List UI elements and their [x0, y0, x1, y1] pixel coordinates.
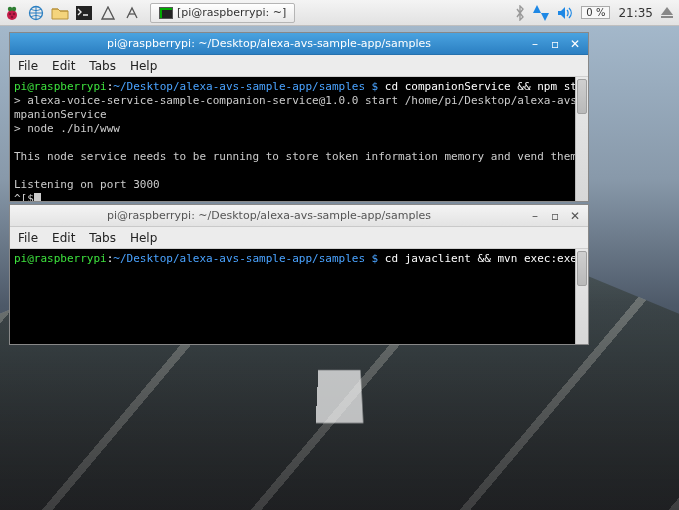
svg-point-2	[12, 6, 16, 10]
window-title: pi@raspberrypi: ~/Desktop/alexa-avs-samp…	[16, 209, 522, 222]
eject-icon[interactable]	[661, 7, 673, 18]
terminal-window-1: pi@raspberrypi: ~/Desktop/alexa-avs-samp…	[9, 32, 589, 202]
menu-tabs[interactable]: Tabs	[89, 59, 116, 73]
minimize-button[interactable]: –	[528, 209, 542, 223]
volume-icon[interactable]	[557, 6, 573, 20]
close-button[interactable]: ✕	[568, 209, 582, 223]
scrollbar-thumb[interactable]	[577, 79, 587, 114]
maximize-button[interactable]: ▫	[548, 37, 562, 51]
close-button[interactable]: ✕	[568, 37, 582, 51]
maximize-button[interactable]: ▫	[548, 209, 562, 223]
taskbar-app-button[interactable]: [pi@raspberrypi: ~]	[150, 3, 295, 23]
menu-help[interactable]: Help	[130, 59, 157, 73]
svg-point-1	[8, 6, 12, 10]
menu-tabs[interactable]: Tabs	[89, 231, 116, 245]
menubar: File Edit Tabs Help	[10, 55, 588, 77]
system-tray: 0 % 21:35	[515, 5, 679, 21]
menu-edit[interactable]: Edit	[52, 59, 75, 73]
scrollbar-thumb[interactable]	[577, 251, 587, 286]
menu-raspberry-icon[interactable]	[0, 2, 24, 24]
app-icon-2[interactable]	[120, 2, 144, 24]
menu-edit[interactable]: Edit	[52, 231, 75, 245]
titlebar[interactable]: pi@raspberrypi: ~/Desktop/alexa-avs-samp…	[10, 205, 588, 227]
menubar: File Edit Tabs Help	[10, 227, 588, 249]
window-title: pi@raspberrypi: ~/Desktop/alexa-avs-samp…	[16, 37, 522, 50]
svg-point-0	[7, 10, 17, 20]
svg-point-3	[9, 12, 12, 15]
terminal-icon	[159, 7, 173, 19]
web-browser-icon[interactable]	[24, 2, 48, 24]
network-icon[interactable]	[533, 5, 549, 21]
battery-indicator[interactable]: 0 %	[581, 6, 610, 19]
menu-file[interactable]: File	[18, 231, 38, 245]
svg-point-5	[11, 15, 14, 18]
file-manager-icon[interactable]	[48, 2, 72, 24]
cursor-icon	[34, 193, 41, 201]
terminal-output[interactable]: pi@raspberrypi:~/Desktop/alexa-avs-sampl…	[10, 249, 588, 344]
svg-rect-7	[76, 6, 92, 20]
bluetooth-icon[interactable]	[515, 5, 525, 21]
menu-help[interactable]: Help	[130, 231, 157, 245]
minimize-button[interactable]: –	[528, 37, 542, 51]
terminal-output[interactable]: pi@raspberrypi:~/Desktop/alexa-avs-sampl…	[10, 77, 588, 201]
app-icon-1[interactable]	[96, 2, 120, 24]
scrollbar[interactable]	[575, 249, 588, 344]
titlebar[interactable]: pi@raspberrypi: ~/Desktop/alexa-avs-samp…	[10, 33, 588, 55]
scrollbar[interactable]	[575, 77, 588, 201]
menu-file[interactable]: File	[18, 59, 38, 73]
terminal-window-2: pi@raspberrypi: ~/Desktop/alexa-avs-samp…	[9, 204, 589, 345]
taskbar: [pi@raspberrypi: ~] 0 % 21:35	[0, 0, 679, 26]
clock[interactable]: 21:35	[618, 6, 653, 20]
svg-point-4	[13, 12, 16, 15]
taskbar-app-label: [pi@raspberrypi: ~]	[177, 6, 286, 19]
terminal-launcher-icon[interactable]	[72, 2, 96, 24]
